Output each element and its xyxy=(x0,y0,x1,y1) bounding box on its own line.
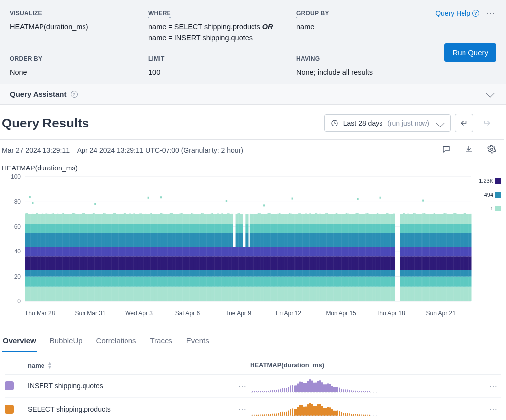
svg-rect-2649 xyxy=(351,414,352,416)
arrow-back-icon xyxy=(460,119,468,127)
svg-point-1 xyxy=(491,148,493,151)
svg-rect-424 xyxy=(94,203,96,205)
time-back-button[interactable] xyxy=(455,114,473,132)
svg-rect-1260 xyxy=(241,224,243,233)
visualize-label[interactable]: VISUALIZE xyxy=(10,10,42,18)
visualize-value[interactable]: HEATMAP(duration_ms) xyxy=(10,23,88,31)
svg-rect-2568 xyxy=(311,381,313,392)
svg-rect-2618 xyxy=(290,409,291,416)
svg-rect-2558 xyxy=(292,385,293,393)
svg-rect-2548 xyxy=(272,390,273,392)
results-title: Query Results xyxy=(2,116,89,131)
svg-rect-2588 xyxy=(351,391,352,393)
svg-rect-2616 xyxy=(286,412,287,416)
sparkline xyxy=(250,402,379,417)
where-label[interactable]: WHERE xyxy=(148,10,171,18)
svg-rect-2619 xyxy=(292,409,293,416)
svg-rect-2565 xyxy=(305,383,307,392)
svg-rect-2577 xyxy=(329,384,331,393)
svg-rect-2608 xyxy=(270,414,271,416)
svg-rect-2647 xyxy=(347,413,348,416)
col-name[interactable]: name xyxy=(28,362,44,369)
svg-rect-2123 xyxy=(393,270,395,277)
limit-value[interactable]: 100 xyxy=(148,68,160,76)
row-more-icon[interactable]: ⋯ xyxy=(485,405,501,414)
row-more-icon[interactable]: ⋯ xyxy=(485,381,501,391)
download-icon[interactable] xyxy=(464,145,473,155)
svg-rect-2569 xyxy=(313,383,315,392)
svg-rect-2617 xyxy=(288,411,289,416)
svg-rect-2585 xyxy=(345,390,346,393)
svg-rect-2645 xyxy=(343,413,344,416)
tab-bubbleup[interactable]: BubbleUp xyxy=(49,332,84,352)
svg-rect-2122 xyxy=(393,277,395,287)
svg-text:80: 80 xyxy=(14,199,21,206)
svg-rect-2535 xyxy=(470,233,471,247)
settings-icon[interactable] xyxy=(487,145,496,155)
svg-rect-46 xyxy=(29,196,30,198)
groupby-value[interactable]: name xyxy=(296,23,314,31)
having-label[interactable]: HAVING xyxy=(296,55,320,63)
table-row[interactable]: INSERT shipping.quotes⋯⋯ xyxy=(5,375,501,398)
more-icon[interactable]: ⋯ xyxy=(485,9,496,18)
svg-rect-2576 xyxy=(327,384,329,393)
limit-label[interactable]: LIMIT xyxy=(148,55,165,63)
heatmap-chart[interactable]: 020406080100 Thu Mar 28Sun Mar 31Wed Apr… xyxy=(2,174,501,317)
heatmap-svg: 020406080100 xyxy=(2,174,476,307)
arrow-forward-icon xyxy=(482,119,491,127)
row-more-icon[interactable]: ⋯ xyxy=(234,381,250,391)
sort-icon[interactable]: ▲▼ xyxy=(47,361,52,369)
svg-rect-2632 xyxy=(317,404,319,416)
tab-correlations[interactable]: Correlations xyxy=(95,332,137,352)
chevron-down-icon xyxy=(486,89,495,97)
query-help-link[interactable]: Query Help ? xyxy=(435,9,479,17)
svg-rect-2639 xyxy=(331,409,333,416)
orderby-label[interactable]: ORDER BY xyxy=(10,55,42,63)
where-value[interactable]: name = SELECT shipping.products OR name … xyxy=(148,22,296,43)
sparkline xyxy=(250,378,379,393)
run-query-button[interactable]: Run Query xyxy=(444,43,496,62)
svg-rect-2125 xyxy=(393,247,395,256)
time-forward-button xyxy=(477,114,496,132)
svg-text:20: 20 xyxy=(14,273,21,280)
svg-rect-2265 xyxy=(422,200,424,202)
having-value[interactable]: None; include all results xyxy=(296,68,373,76)
svg-rect-2553 xyxy=(282,388,283,392)
svg-rect-1381 xyxy=(263,205,265,207)
query-assistant-title: Query Assistant xyxy=(10,90,67,98)
svg-rect-1286 xyxy=(247,224,248,233)
svg-rect-2629 xyxy=(311,404,313,416)
series-name: SELECT shipping.products xyxy=(28,405,111,413)
svg-rect-2611 xyxy=(276,414,277,416)
svg-rect-2634 xyxy=(321,406,323,416)
orderby-value[interactable]: None xyxy=(10,68,27,76)
svg-rect-2532 xyxy=(470,270,471,277)
svg-rect-63 xyxy=(32,202,33,204)
svg-rect-2556 xyxy=(288,387,289,392)
svg-rect-2573 xyxy=(321,382,323,392)
time-range-picker[interactable]: Last 28 days (run just now) xyxy=(324,114,451,132)
tab-events[interactable]: Events xyxy=(185,332,210,352)
svg-rect-1259 xyxy=(241,233,243,247)
svg-rect-2615 xyxy=(284,412,285,416)
svg-rect-1919 xyxy=(357,198,358,200)
svg-rect-2623 xyxy=(299,405,301,416)
tab-overview[interactable]: Overview xyxy=(2,332,37,352)
svg-rect-2531 xyxy=(470,277,471,287)
svg-rect-1285 xyxy=(247,233,248,247)
comment-icon[interactable] xyxy=(442,145,451,155)
table-row[interactable]: SELECT shipping.products⋯⋯ xyxy=(5,398,501,420)
groupby-label[interactable]: GROUP BY xyxy=(296,10,329,18)
svg-rect-2549 xyxy=(274,390,275,392)
chart-title: HEATMAP(duration_ms) xyxy=(2,158,501,174)
svg-text:60: 60 xyxy=(14,223,21,230)
col-heatmap[interactable]: HEATMAP(duration_ms) xyxy=(250,361,324,369)
tab-traces[interactable]: Traces xyxy=(149,332,173,352)
svg-rect-2620 xyxy=(294,409,295,416)
row-more-icon[interactable]: ⋯ xyxy=(234,405,250,414)
svg-rect-2581 xyxy=(337,387,338,393)
series-name: INSERT shipping.quotes xyxy=(28,382,103,390)
query-assistant-row[interactable]: Query Assistant ? xyxy=(0,84,506,105)
results-meta: Mar 27 2024 13:29:11 – Apr 24 2024 13:29… xyxy=(0,140,506,158)
svg-rect-2048 xyxy=(380,197,381,199)
